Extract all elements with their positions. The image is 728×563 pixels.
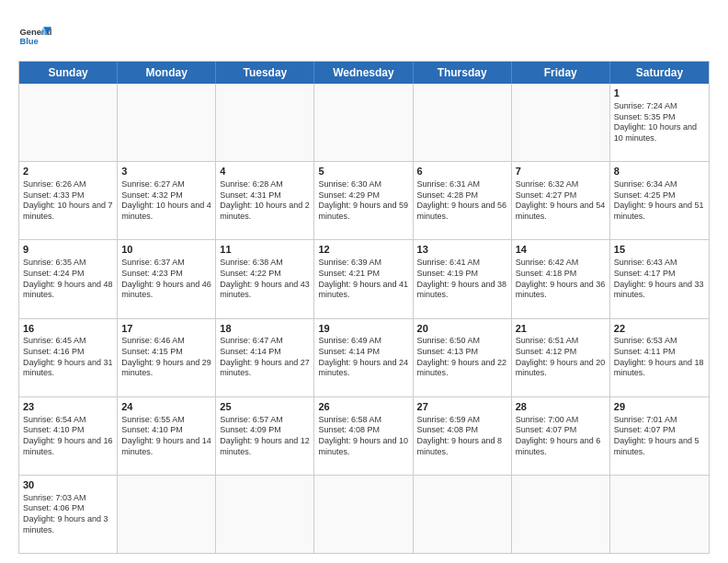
day-cell-23: 23Sunrise: 6:54 AM Sunset: 4:10 PM Dayli… xyxy=(19,397,118,475)
calendar-row-2: 9Sunrise: 6:35 AM Sunset: 4:24 PM Daylig… xyxy=(19,239,709,317)
day-cell-15: 15Sunrise: 6:43 AM Sunset: 4:17 PM Dayli… xyxy=(610,240,709,317)
day-info: Sunrise: 6:57 AM Sunset: 4:09 PM Dayligh… xyxy=(220,415,310,458)
day-cell-22: 22Sunrise: 6:53 AM Sunset: 4:11 PM Dayli… xyxy=(610,319,709,396)
day-cell-1: 1Sunrise: 7:24 AM Sunset: 5:35 PM Daylig… xyxy=(610,84,709,161)
day-info: Sunrise: 6:53 AM Sunset: 4:11 PM Dayligh… xyxy=(614,336,705,379)
day-info: Sunrise: 6:47 AM Sunset: 4:14 PM Dayligh… xyxy=(220,336,310,379)
empty-cell-r5c4 xyxy=(414,476,512,553)
day-info: Sunrise: 7:03 AM Sunset: 4:06 PM Dayligh… xyxy=(23,493,113,536)
day-cell-28: 28Sunrise: 7:00 AM Sunset: 4:07 PM Dayli… xyxy=(512,397,610,475)
header-day-tuesday: Tuesday xyxy=(216,62,314,84)
calendar-row-0: 1Sunrise: 7:24 AM Sunset: 5:35 PM Daylig… xyxy=(19,84,709,161)
day-cell-10: 10Sunrise: 6:37 AM Sunset: 4:23 PM Dayli… xyxy=(118,240,216,317)
empty-cell-r0c1 xyxy=(118,84,216,161)
day-number: 16 xyxy=(23,322,113,336)
day-number: 20 xyxy=(417,322,507,336)
day-cell-27: 27Sunrise: 6:59 AM Sunset: 4:08 PM Dayli… xyxy=(414,397,512,475)
day-number: 6 xyxy=(417,165,507,178)
day-cell-11: 11Sunrise: 6:38 AM Sunset: 4:22 PM Dayli… xyxy=(216,240,314,317)
empty-cell-r0c0 xyxy=(19,84,118,161)
day-number: 3 xyxy=(121,165,211,178)
day-cell-21: 21Sunrise: 6:51 AM Sunset: 4:12 PM Dayli… xyxy=(512,319,610,396)
empty-cell-r5c2 xyxy=(216,476,314,553)
day-number: 23 xyxy=(23,400,113,414)
day-number: 14 xyxy=(516,243,606,257)
day-info: Sunrise: 6:38 AM Sunset: 4:22 PM Dayligh… xyxy=(220,258,310,301)
calendar-row-1: 2Sunrise: 6:26 AM Sunset: 4:33 PM Daylig… xyxy=(19,161,709,239)
calendar-row-5: 30Sunrise: 7:03 AM Sunset: 4:06 PM Dayli… xyxy=(19,475,709,553)
day-number: 7 xyxy=(516,165,606,178)
day-number: 15 xyxy=(614,243,705,257)
day-cell-4: 4Sunrise: 6:28 AM Sunset: 4:31 PM Daylig… xyxy=(216,162,314,239)
empty-cell-r5c1 xyxy=(118,476,216,553)
day-info: Sunrise: 6:27 AM Sunset: 4:32 PM Dayligh… xyxy=(121,179,211,223)
day-cell-26: 26Sunrise: 6:58 AM Sunset: 4:08 PM Dayli… xyxy=(314,397,413,475)
empty-cell-r0c4 xyxy=(414,84,512,161)
day-info: Sunrise: 6:37 AM Sunset: 4:23 PM Dayligh… xyxy=(121,258,211,301)
day-cell-14: 14Sunrise: 6:42 AM Sunset: 4:18 PM Dayli… xyxy=(512,240,610,317)
day-info: Sunrise: 6:51 AM Sunset: 4:12 PM Dayligh… xyxy=(516,336,606,379)
calendar-page: General Blue SundayMondayTuesdayWednesda… xyxy=(0,0,728,563)
day-info: Sunrise: 6:49 AM Sunset: 4:14 PM Dayligh… xyxy=(318,336,408,379)
header-day-wednesday: Wednesday xyxy=(314,62,413,84)
calendar-row-4: 23Sunrise: 6:54 AM Sunset: 4:10 PM Dayli… xyxy=(19,396,709,475)
day-info: Sunrise: 6:35 AM Sunset: 4:24 PM Dayligh… xyxy=(23,258,113,301)
day-info: Sunrise: 7:00 AM Sunset: 4:07 PM Dayligh… xyxy=(516,415,606,458)
empty-cell-r0c2 xyxy=(216,84,314,161)
day-info: Sunrise: 6:55 AM Sunset: 4:10 PM Dayligh… xyxy=(121,415,211,458)
day-cell-6: 6Sunrise: 6:31 AM Sunset: 4:28 PM Daylig… xyxy=(414,162,512,239)
day-info: Sunrise: 6:43 AM Sunset: 4:17 PM Dayligh… xyxy=(614,258,705,301)
day-cell-12: 12Sunrise: 6:39 AM Sunset: 4:21 PM Dayli… xyxy=(314,240,413,317)
day-info: Sunrise: 6:54 AM Sunset: 4:10 PM Dayligh… xyxy=(23,415,113,458)
day-cell-24: 24Sunrise: 6:55 AM Sunset: 4:10 PM Dayli… xyxy=(118,397,216,475)
page-header: General Blue xyxy=(18,17,710,53)
day-cell-8: 8Sunrise: 6:34 AM Sunset: 4:25 PM Daylig… xyxy=(610,162,709,239)
day-cell-7: 7Sunrise: 6:32 AM Sunset: 4:27 PM Daylig… xyxy=(512,162,610,239)
day-info: Sunrise: 6:42 AM Sunset: 4:18 PM Dayligh… xyxy=(516,258,606,301)
day-number: 4 xyxy=(220,165,310,178)
day-number: 12 xyxy=(318,243,408,257)
day-number: 28 xyxy=(516,400,606,414)
day-info: Sunrise: 6:39 AM Sunset: 4:21 PM Dayligh… xyxy=(318,258,408,301)
header-day-thursday: Thursday xyxy=(414,62,512,84)
day-number: 27 xyxy=(417,400,507,414)
day-cell-13: 13Sunrise: 6:41 AM Sunset: 4:19 PM Dayli… xyxy=(414,240,512,317)
day-cell-29: 29Sunrise: 7:01 AM Sunset: 4:07 PM Dayli… xyxy=(610,397,709,475)
day-number: 18 xyxy=(220,322,310,336)
day-number: 13 xyxy=(417,243,507,257)
day-cell-9: 9Sunrise: 6:35 AM Sunset: 4:24 PM Daylig… xyxy=(19,240,118,317)
general-blue-logo-icon: General Blue xyxy=(18,20,51,53)
day-number: 22 xyxy=(614,322,705,336)
day-info: Sunrise: 6:45 AM Sunset: 4:16 PM Dayligh… xyxy=(23,336,113,379)
empty-cell-r5c5 xyxy=(512,476,610,553)
day-cell-5: 5Sunrise: 6:30 AM Sunset: 4:29 PM Daylig… xyxy=(314,162,413,239)
header-day-friday: Friday xyxy=(512,62,610,84)
empty-cell-r5c3 xyxy=(314,476,413,553)
day-cell-18: 18Sunrise: 6:47 AM Sunset: 4:14 PM Dayli… xyxy=(216,319,314,396)
day-cell-17: 17Sunrise: 6:46 AM Sunset: 4:15 PM Dayli… xyxy=(118,319,216,396)
day-number: 2 xyxy=(23,165,113,178)
day-info: Sunrise: 6:26 AM Sunset: 4:33 PM Dayligh… xyxy=(23,179,113,223)
svg-text:Blue: Blue xyxy=(19,37,38,46)
day-number: 30 xyxy=(23,478,113,492)
day-number: 24 xyxy=(121,400,211,414)
day-info: Sunrise: 6:46 AM Sunset: 4:15 PM Dayligh… xyxy=(121,336,211,379)
header-day-monday: Monday xyxy=(118,62,216,84)
day-info: Sunrise: 7:24 AM Sunset: 5:35 PM Dayligh… xyxy=(614,101,705,144)
day-number: 21 xyxy=(516,322,606,336)
day-number: 11 xyxy=(220,243,310,257)
day-cell-2: 2Sunrise: 6:26 AM Sunset: 4:33 PM Daylig… xyxy=(19,162,118,239)
day-number: 8 xyxy=(614,165,705,178)
day-number: 9 xyxy=(23,243,113,257)
calendar-row-3: 16Sunrise: 6:45 AM Sunset: 4:16 PM Dayli… xyxy=(19,318,709,396)
day-info: Sunrise: 6:31 AM Sunset: 4:28 PM Dayligh… xyxy=(417,179,507,223)
day-cell-16: 16Sunrise: 6:45 AM Sunset: 4:16 PM Dayli… xyxy=(19,319,118,396)
day-info: Sunrise: 6:34 AM Sunset: 4:25 PM Dayligh… xyxy=(614,179,705,223)
header-day-saturday: Saturday xyxy=(610,62,709,84)
day-number: 26 xyxy=(318,400,408,414)
empty-cell-r0c3 xyxy=(314,84,413,161)
empty-cell-r5c6 xyxy=(610,476,709,553)
empty-cell-r0c5 xyxy=(512,84,610,161)
day-info: Sunrise: 6:58 AM Sunset: 4:08 PM Dayligh… xyxy=(318,415,408,458)
day-cell-19: 19Sunrise: 6:49 AM Sunset: 4:14 PM Dayli… xyxy=(314,319,413,396)
